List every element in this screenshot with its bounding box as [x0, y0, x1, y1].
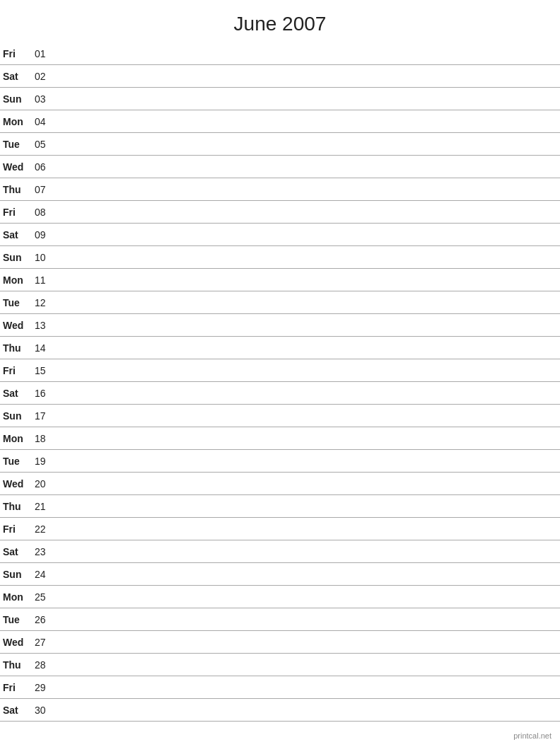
calendar-row: Fri01: [0, 42, 560, 65]
day-number: 03: [35, 93, 56, 105]
day-line: [56, 687, 553, 688]
calendar-row: Mon11: [0, 269, 560, 291]
day-number: 14: [35, 342, 56, 354]
calendar-row: Wed20: [0, 473, 560, 495]
day-name: Wed: [3, 478, 35, 490]
day-number: 10: [35, 252, 56, 263]
calendar-row: Sat23: [0, 540, 560, 563]
day-name: Mon: [3, 433, 35, 444]
calendar-row: Sun17: [0, 405, 560, 427]
calendar-row: Fri15: [0, 359, 560, 382]
calendar-row: Tue12: [0, 291, 560, 314]
watermark: printcal.net: [513, 731, 552, 740]
calendar-row: Wed27: [0, 631, 560, 654]
day-line: [56, 257, 553, 257]
day-line: [56, 98, 553, 99]
day-name: Sat: [3, 71, 35, 82]
day-name: Sun: [3, 252, 35, 263]
day-name: Fri: [3, 523, 35, 535]
day-number: 12: [35, 297, 56, 308]
day-number: 18: [35, 433, 56, 444]
day-line: [56, 574, 553, 574]
calendar-row: Sun24: [0, 563, 560, 586]
day-number: 21: [35, 501, 56, 512]
calendar-row: Mon25: [0, 586, 560, 608]
page-title: June 2007: [0, 0, 560, 42]
day-name: Tue: [3, 139, 35, 150]
day-number: 02: [35, 71, 56, 82]
day-number: 29: [35, 682, 56, 693]
calendar-row: Thu28: [0, 654, 560, 676]
day-name: Sat: [3, 546, 35, 557]
day-name: Fri: [3, 48, 35, 59]
day-number: 09: [35, 229, 56, 241]
day-number: 07: [35, 184, 56, 195]
day-name: Thu: [3, 184, 35, 195]
day-number: 16: [35, 388, 56, 399]
day-name: Fri: [3, 682, 35, 693]
day-line: [56, 279, 553, 280]
day-number: 17: [35, 410, 56, 422]
day-name: Mon: [3, 274, 35, 286]
day-number: 26: [35, 614, 56, 625]
calendar-row: Fri08: [0, 201, 560, 224]
calendar-row: Sat02: [0, 65, 560, 88]
day-name: Sun: [3, 569, 35, 580]
day-name: Sat: [3, 705, 35, 716]
day-number: 19: [35, 456, 56, 467]
calendar-row: Sat09: [0, 224, 560, 246]
day-name: Wed: [3, 320, 35, 331]
day-name: Tue: [3, 456, 35, 467]
calendar-row: Thu07: [0, 178, 560, 201]
day-name: Thu: [3, 501, 35, 512]
calendar-row: Sun10: [0, 246, 560, 269]
day-name: Sat: [3, 229, 35, 241]
calendar-row: Tue05: [0, 133, 560, 156]
day-line: [56, 53, 553, 54]
calendar-row: Mon18: [0, 427, 560, 450]
day-number: 20: [35, 478, 56, 490]
day-name: Tue: [3, 297, 35, 308]
day-number: 22: [35, 523, 56, 535]
calendar-row: Thu14: [0, 337, 560, 359]
calendar-row: Fri29: [0, 676, 560, 699]
day-number: 15: [35, 365, 56, 376]
day-line: [56, 121, 553, 122]
day-line: [56, 370, 553, 371]
calendar-row: Sat30: [0, 699, 560, 722]
day-number: 08: [35, 207, 56, 218]
day-number: 25: [35, 591, 56, 603]
day-line: [56, 506, 553, 506]
day-line: [56, 76, 553, 76]
day-line: [56, 438, 553, 439]
day-line: [56, 144, 553, 144]
day-line: [56, 619, 553, 620]
day-line: [56, 302, 553, 303]
day-name: Mon: [3, 116, 35, 127]
day-line: [56, 189, 553, 190]
day-number: 27: [35, 637, 56, 648]
calendar-row: Sun03: [0, 88, 560, 110]
day-line: [56, 234, 553, 235]
day-name: Tue: [3, 614, 35, 625]
calendar-row: Wed13: [0, 314, 560, 337]
day-name: Thu: [3, 659, 35, 671]
day-number: 24: [35, 569, 56, 580]
day-line: [56, 664, 553, 665]
day-number: 30: [35, 705, 56, 716]
day-line: [56, 461, 553, 461]
day-line: [56, 415, 553, 416]
day-line: [56, 642, 553, 642]
day-name: Mon: [3, 591, 35, 603]
day-name: Fri: [3, 207, 35, 218]
day-line: [56, 347, 553, 348]
day-name: Sun: [3, 93, 35, 105]
day-line: [56, 483, 553, 484]
day-number: 05: [35, 139, 56, 150]
day-name: Wed: [3, 161, 35, 173]
calendar-row: Sat16: [0, 382, 560, 405]
day-name: Sat: [3, 388, 35, 399]
day-line: [56, 393, 553, 393]
day-name: Fri: [3, 365, 35, 376]
day-number: 01: [35, 48, 56, 59]
